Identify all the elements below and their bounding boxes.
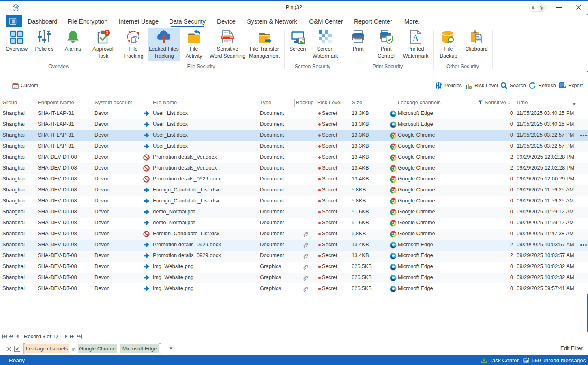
svg-text:23: 23 <box>14 85 17 89</box>
svg-text:A: A <box>412 33 419 43</box>
svg-text:3: 3 <box>106 30 108 35</box>
